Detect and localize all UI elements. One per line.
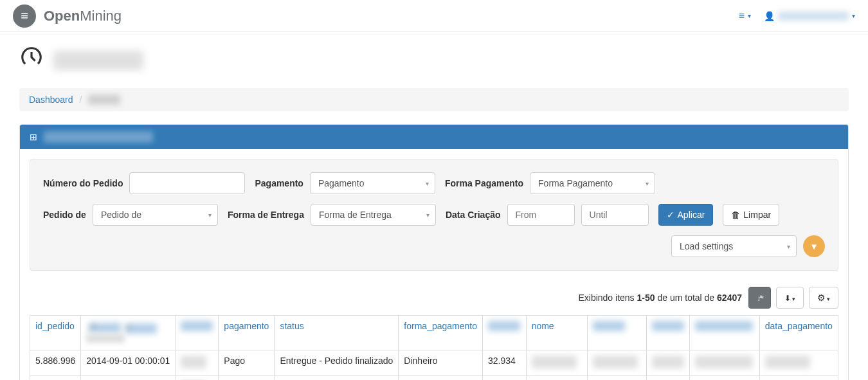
col-pagamento[interactable]: pagamento [219, 316, 275, 350]
cell-id: 5.886.996 [30, 350, 81, 376]
cell-blur [646, 350, 689, 376]
toolbar-buttons [748, 287, 838, 309]
col-blur-2[interactable] [483, 316, 527, 350]
cell-blur [588, 350, 647, 376]
cell-col11: Sem Protocolo [689, 376, 759, 381]
gear-icon [817, 293, 830, 303]
load-settings-select[interactable]: Load settings [671, 235, 797, 257]
sort-button[interactable] [748, 287, 771, 309]
delivery-method-select[interactable]: Forma de Entrega [311, 204, 436, 226]
order-number-input[interactable] [129, 172, 245, 194]
cell-col9: Especialista [588, 376, 647, 381]
col-blur-4[interactable] [646, 316, 689, 350]
navbar: OpenMining [0, 0, 868, 32]
filter-box: Número do Pedido Pagamento Pagamento For… [30, 159, 838, 271]
cell-date: 2014-09- [81, 376, 176, 381]
dashboard-icon [19, 45, 44, 75]
order-from-select[interactable]: Pedido de [93, 204, 218, 226]
filter-row-1: Número do Pedido Pagamento Pagamento For… [43, 172, 825, 194]
cell-status: Entregue - Pedido finalizado [275, 350, 399, 376]
filter-delivery-method: Forma de Entrega Forma de Entrega [228, 204, 436, 226]
cell-nome: LEONARDO [526, 376, 588, 381]
cell-col10: 8.931 [646, 376, 689, 381]
cell-forma: Dinheiro [399, 376, 483, 381]
order-from-label: Pedido de [43, 210, 86, 220]
toolbar-row: Exibindo itens 1-50 de um total de 62407 [30, 280, 838, 315]
col-blur-5[interactable] [689, 316, 759, 350]
cell-pagamento: Pago [219, 376, 275, 381]
clear-button[interactable]: Limpar [723, 204, 779, 226]
panel-body: Número do Pedido Pagamento Pagamento For… [20, 149, 848, 380]
pagination-text: Exibindo itens 1-50 de um total de 62407 [578, 293, 742, 303]
breadcrumb-separator: / [80, 95, 82, 105]
filter-row-2: Pedido de Pedido de Forma de Entrega For… [43, 204, 825, 226]
sort-icon [757, 293, 763, 303]
list-icon [739, 10, 745, 22]
table-row: 5.886.996 2014-09-01 00:00:01 Pago Entre… [30, 350, 838, 376]
filter-payment-method: Forma Pagamento Forma Pagamento [445, 172, 655, 194]
filter-order-from: Pedido de Pedido de [43, 204, 218, 226]
page-title-blur [53, 51, 143, 70]
col-sorted[interactable]: (1) [81, 316, 176, 350]
navbar-right [739, 10, 855, 22]
filter-settings-button[interactable]: ▼ [803, 235, 825, 257]
creation-date-label: Data Criação [446, 210, 501, 220]
breadcrumb-current-blur [88, 95, 120, 105]
filter-payment: Pagamento Pagamento [255, 172, 435, 194]
filter-creation-date: Data Criação [446, 204, 649, 226]
payment-select[interactable]: Pagamento [310, 172, 435, 194]
user-dropdown[interactable] [764, 11, 855, 21]
col-blur-1[interactable] [176, 316, 219, 350]
main-container: Dashboard / Número do Pedido Pagamento P… [0, 32, 868, 380]
payment-method-label: Forma Pagamento [445, 178, 523, 188]
filter-bottom-row: Load settings ▼ [43, 235, 825, 257]
navbar-left: OpenMining [13, 5, 122, 28]
order-number-label: Número do Pedido [43, 178, 123, 188]
download-icon [784, 293, 795, 303]
apply-button[interactable]: Aplicar [658, 204, 714, 226]
check-icon [667, 210, 674, 220]
page-header [19, 45, 849, 75]
date-from-input[interactable] [507, 204, 575, 226]
main-panel: Número do Pedido Pagamento Pagamento For… [19, 124, 849, 380]
cell-id: 5.886.995 [30, 376, 81, 381]
col-data-pagamento[interactable]: data_pagamento [759, 316, 838, 350]
cell-status: Entregue - [275, 376, 399, 381]
date-until-input[interactable] [581, 204, 649, 226]
col-nome[interactable]: nome [526, 316, 588, 350]
filter-icon: ▼ [809, 242, 818, 251]
user-icon [764, 11, 775, 21]
app-brand[interactable]: OpenMining [44, 8, 122, 24]
username-blur [778, 12, 849, 21]
cell-nome [526, 350, 588, 376]
payment-method-select[interactable]: Forma Pagamento [530, 172, 655, 194]
col-id-pedido[interactable]: id_pedido [30, 316, 81, 350]
table-header-row: id_pedido (1) pagamento status forma_pag… [30, 316, 838, 350]
table-icon [30, 132, 37, 142]
brand-bold: Open [44, 8, 80, 24]
col-forma-pagamento[interactable]: forma_pagamento [399, 316, 483, 350]
panel-heading [20, 125, 848, 149]
col-status[interactable]: status [275, 316, 399, 350]
cell-data-pag [759, 350, 838, 376]
sort-rank: (1) [125, 323, 157, 334]
cell-date: 2014-09-01 00:00:01 [81, 350, 176, 376]
cell-num: 413.805 [483, 376, 527, 381]
download-button[interactable] [776, 287, 804, 309]
sort-za-icon [89, 323, 121, 333]
table-row: 5.886.995 2014-09- Pago Entregue - Dinhe… [30, 376, 838, 381]
menu-toggle-button[interactable] [13, 5, 36, 28]
cell-blur [689, 350, 759, 376]
apply-label: Aplicar [678, 210, 705, 220]
cell-pagamento: Pago [219, 350, 275, 376]
breadcrumb-dashboard-link[interactable]: Dashboard [29, 95, 73, 105]
settings-button[interactable] [809, 287, 838, 309]
data-table: id_pedido (1) pagamento status forma_pag… [30, 315, 838, 380]
cell-blur [176, 376, 219, 381]
col-blur-3[interactable] [588, 316, 647, 350]
lang-dropdown[interactable] [739, 10, 751, 22]
hamburger-icon [21, 8, 28, 23]
cell-forma: Dinheiro [399, 350, 483, 376]
cell-num: 32.934 [483, 350, 527, 376]
delivery-method-label: Forma de Entrega [228, 210, 304, 220]
